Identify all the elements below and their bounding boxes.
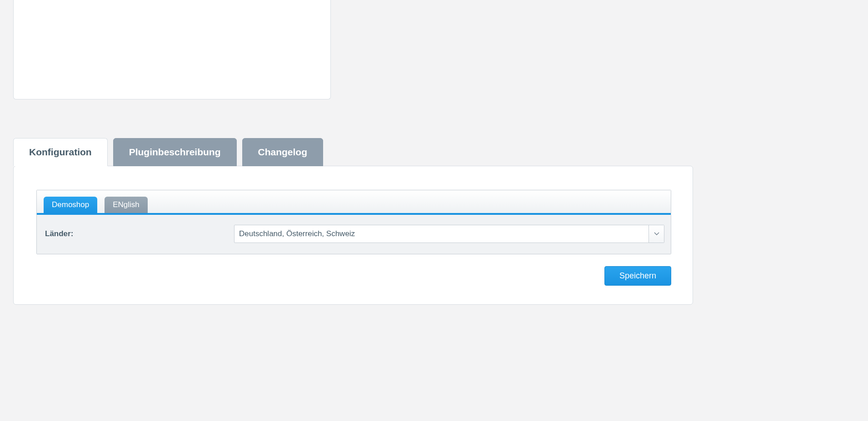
top-empty-panel [13,0,331,99]
tab-pluginbeschreibung[interactable]: Pluginbeschreibung [113,138,237,166]
shop-config-panel: Demoshop ENglish Länder: [36,190,671,254]
shop-tab-demoshop[interactable]: Demoshop [44,197,97,213]
chevron-down-icon [654,232,659,236]
tab-konfiguration[interactable]: Konfiguration [13,138,108,166]
shop-tab-bar: Demoshop ENglish [37,190,671,215]
tab-label: Pluginbeschreibung [129,147,221,158]
form-body: Länder: [37,215,671,254]
countries-label: Länder: [43,229,234,238]
button-label: Speichern [619,271,656,280]
outer-tab-row: Konfiguration Pluginbeschreibung Changel… [13,138,323,166]
countries-select[interactable] [234,225,664,243]
tab-label: Demoshop [52,200,89,209]
save-button[interactable]: Speichern [604,266,671,286]
shop-tab-english[interactable]: ENglish [105,197,148,213]
config-panel: Demoshop ENglish Länder: Speichern [13,166,693,305]
countries-input[interactable] [234,225,649,243]
tab-label: ENglish [113,200,140,209]
countries-dropdown-trigger[interactable] [649,225,664,243]
tab-label: Konfiguration [29,147,92,158]
tab-label: Changelog [258,147,308,158]
tab-changelog[interactable]: Changelog [242,138,324,166]
action-row: Speichern [36,266,671,286]
